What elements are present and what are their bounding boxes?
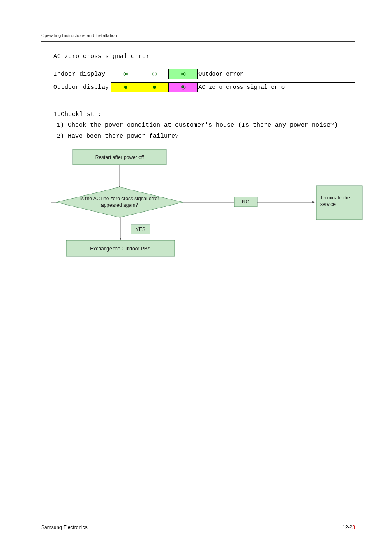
indoor-led-2	[140, 69, 169, 79]
svg-point-2	[152, 72, 157, 76]
flow-no-label: NO	[242, 199, 249, 205]
page-header: Operating Instructions and Installation	[41, 33, 355, 42]
flow-decision-text-1: Is the AC line zero cross signal error	[80, 196, 159, 201]
outdoor-display-row: Outdoor display AC zero cross signal err…	[53, 82, 355, 92]
svg-point-1	[125, 73, 127, 75]
flow-terminate-text-2: service	[320, 201, 336, 207]
led-dot-icon	[180, 84, 186, 90]
outdoor-led-3	[169, 83, 198, 92]
flowchart: Restart after power off Is the AC line z…	[51, 147, 355, 268]
checklist: 1.Checklist : 1) Check the power conditi…	[53, 109, 355, 142]
led-dot-icon	[123, 71, 129, 77]
led-circle-icon	[152, 71, 157, 77]
indoor-led-1	[111, 69, 140, 79]
flow-yes-label: YES	[136, 227, 145, 232]
indoor-led-3	[169, 69, 198, 79]
led-dot-icon	[180, 71, 186, 77]
svg-point-4	[182, 73, 184, 75]
indoor-display-row: Indoor display Outdoor error	[53, 69, 355, 79]
outdoor-display-desc: AC zero cross signal error	[198, 83, 355, 92]
flow-decision-text-2: appeared again?	[101, 202, 138, 208]
page-footer: Samsung Electronics 12-23	[41, 521, 355, 530]
svg-point-8	[182, 86, 184, 88]
led-dot-icon	[152, 84, 157, 90]
checklist-item-2: 2) Have been there power failure?	[57, 131, 355, 142]
checklist-item-1: 1) Check the power condition at customer…	[57, 120, 355, 131]
indoor-display-label: Indoor display	[53, 71, 111, 78]
led-dot-icon	[123, 84, 129, 90]
footer-left: Samsung Electronics	[41, 525, 88, 530]
checklist-title: 1.Checklist :	[53, 109, 355, 120]
flow-terminate-text-1: Terminate the	[320, 195, 350, 201]
flow-start-text: Restart after power off	[95, 155, 144, 160]
footer-right: 12-23	[342, 525, 355, 530]
flow-exchange-text: Exchange the Outdoor PBA	[90, 246, 150, 252]
svg-point-6	[153, 86, 156, 89]
outdoor-led-2	[140, 83, 169, 92]
section-title: AC zero cross signal error	[53, 53, 355, 60]
svg-point-5	[124, 86, 127, 89]
outdoor-led-1	[111, 83, 140, 92]
outdoor-display-label: Outdoor display	[53, 84, 111, 91]
indoor-display-desc: Outdoor error	[198, 69, 355, 79]
